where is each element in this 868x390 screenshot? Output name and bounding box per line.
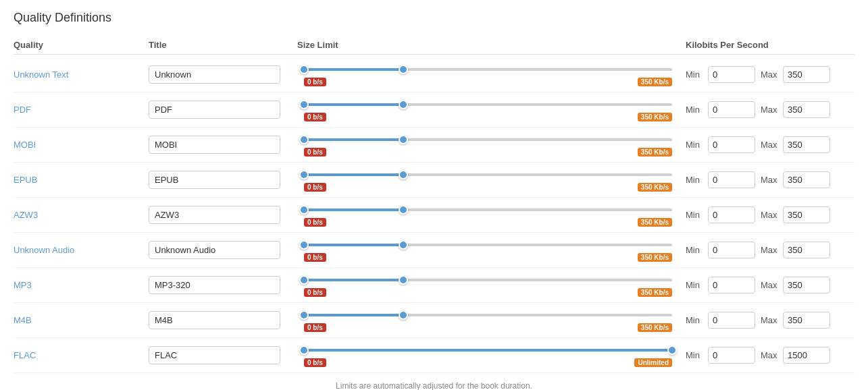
min-kbps-input[interactable] <box>708 206 755 223</box>
table-row: FLAC0 b/sUnlimitedMinMax <box>14 338 854 373</box>
slider-thumb-max[interactable] <box>399 310 408 320</box>
col-title: Title <box>149 40 297 50</box>
min-label: Min <box>686 350 703 360</box>
quality-label: FLAC <box>14 350 149 360</box>
max-kbps-input[interactable] <box>783 242 830 258</box>
table-row: MP30 b/s350 Kb/sMinMax <box>14 268 854 303</box>
badge-min: 0 b/s <box>304 113 326 121</box>
slider-thumb-max[interactable] <box>667 345 677 355</box>
slider-thumb-min[interactable] <box>299 65 309 74</box>
max-kbps-input[interactable] <box>783 277 830 294</box>
badge-max: 350 Kb/s <box>638 288 672 297</box>
slider-thumb-max[interactable] <box>399 135 408 144</box>
col-size-limit: Size Limit <box>297 40 679 50</box>
footer-note: Limits are automatically adjusted for th… <box>14 373 854 390</box>
slider-cell: 0 b/s350 Kb/s <box>297 168 679 192</box>
min-label: Min <box>686 175 703 185</box>
slider-thumb-min[interactable] <box>299 135 309 144</box>
max-kbps-input[interactable] <box>783 66 830 83</box>
slider-cell: 0 b/s350 Kb/s <box>297 203 679 227</box>
quality-label: MOBI <box>14 140 149 150</box>
max-kbps-input[interactable] <box>783 347 830 364</box>
slider-thumb-min[interactable] <box>299 100 309 109</box>
min-label: Min <box>686 105 703 115</box>
badge-min: 0 b/s <box>304 323 326 332</box>
table-row: Unknown Text0 b/s350 Kb/sMinMax <box>14 57 854 92</box>
title-input[interactable] <box>149 171 280 189</box>
badge-min: 0 b/s <box>304 78 326 86</box>
min-kbps-input[interactable] <box>708 312 755 329</box>
slider-thumb-min[interactable] <box>299 170 309 179</box>
min-label: Min <box>686 140 703 150</box>
max-label: Max <box>761 280 777 290</box>
col-kbps: Kilobits Per Second <box>679 40 854 50</box>
slider-cell: 0 b/s350 Kb/s <box>297 133 679 157</box>
max-label: Max <box>761 210 777 220</box>
slider-thumb-min[interactable] <box>299 240 309 250</box>
table-row: EPUB0 b/s350 Kb/sMinMax <box>14 163 854 198</box>
title-input[interactable] <box>149 346 280 364</box>
min-label: Min <box>686 315 703 325</box>
min-kbps-input[interactable] <box>708 347 755 364</box>
slider-thumb-min[interactable] <box>299 205 309 215</box>
table-row: PDF0 b/s350 Kb/sMinMax <box>14 92 854 128</box>
kbps-cell: MinMax <box>679 66 854 83</box>
slider-cell: 0 b/s350 Kb/s <box>297 238 679 262</box>
title-input[interactable] <box>149 241 280 259</box>
max-kbps-input[interactable] <box>783 206 830 223</box>
max-kbps-input[interactable] <box>783 136 830 153</box>
slider-thumb-max[interactable] <box>399 205 408 215</box>
slider-thumb-min[interactable] <box>299 310 309 320</box>
max-kbps-input[interactable] <box>783 101 830 118</box>
title-input[interactable] <box>149 276 280 294</box>
kbps-cell: MinMax <box>679 206 854 223</box>
slider-cell: 0 b/s350 Kb/s <box>297 273 679 297</box>
kbps-cell: MinMax <box>679 171 854 188</box>
badge-max: 350 Kb/s <box>638 78 672 86</box>
slider-thumb-min[interactable] <box>299 275 309 285</box>
slider-thumb-max[interactable] <box>399 170 408 179</box>
kbps-cell: MinMax <box>679 101 854 118</box>
slider-thumb-max[interactable] <box>399 65 408 74</box>
min-kbps-input[interactable] <box>708 171 755 188</box>
min-kbps-input[interactable] <box>708 101 755 118</box>
slider-thumb-max[interactable] <box>399 275 408 285</box>
badge-max: 350 Kb/s <box>638 113 672 121</box>
slider-thumb-min[interactable] <box>299 345 309 355</box>
title-input[interactable] <box>149 136 280 154</box>
kbps-cell: MinMax <box>679 242 854 258</box>
max-kbps-input[interactable] <box>783 171 830 188</box>
max-kbps-input[interactable] <box>783 312 830 329</box>
table-header: Quality Title Size Limit Kilobits Per Se… <box>14 36 854 55</box>
min-label: Min <box>686 245 703 255</box>
slider-thumb-max[interactable] <box>399 100 408 109</box>
badge-min: 0 b/s <box>304 218 326 227</box>
table-row: AZW30 b/s350 Kb/sMinMax <box>14 198 854 233</box>
title-input[interactable] <box>149 65 280 84</box>
kbps-cell: MinMax <box>679 347 854 364</box>
min-kbps-input[interactable] <box>708 136 755 153</box>
badge-max: 350 Kb/s <box>638 183 672 192</box>
max-label: Max <box>761 140 777 150</box>
quality-label: EPUB <box>14 175 149 185</box>
kbps-cell: MinMax <box>679 277 854 294</box>
min-kbps-input[interactable] <box>708 66 755 83</box>
min-kbps-input[interactable] <box>708 242 755 258</box>
slider-cell: 0 b/sUnlimited <box>297 343 679 367</box>
badge-max: 350 Kb/s <box>638 253 672 262</box>
min-label: Min <box>686 210 703 220</box>
table-row: M4B0 b/s350 Kb/sMinMax <box>14 303 854 338</box>
max-label: Max <box>761 105 777 115</box>
badge-max: 350 Kb/s <box>638 148 672 157</box>
slider-thumb-max[interactable] <box>399 240 408 250</box>
quality-label: AZW3 <box>14 210 149 220</box>
quality-label: Unknown Audio <box>14 245 149 255</box>
title-input[interactable] <box>149 206 280 224</box>
page-title: Quality Definitions <box>14 11 854 25</box>
min-kbps-input[interactable] <box>708 277 755 294</box>
col-quality: Quality <box>14 40 149 50</box>
max-label: Max <box>761 69 777 80</box>
slider-cell: 0 b/s350 Kb/s <box>297 63 679 86</box>
title-input[interactable] <box>149 311 280 329</box>
title-input[interactable] <box>149 101 280 119</box>
